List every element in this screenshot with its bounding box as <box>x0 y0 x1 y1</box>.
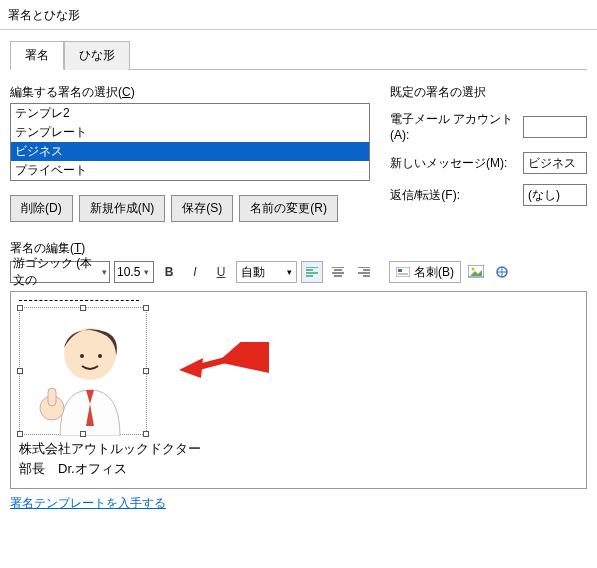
svg-marker-12 <box>179 358 203 378</box>
tab-template[interactable]: ひな形 <box>64 41 130 70</box>
reply-label: 返信/転送(F): <box>390 187 515 204</box>
chevron-down-icon: ▾ <box>102 267 107 277</box>
business-card-button[interactable]: 名刺(B) <box>389 261 461 283</box>
card-label: 名刺(B) <box>414 264 454 281</box>
list-item[interactable]: プライベート <box>11 161 369 180</box>
default-header: 既定の署名の選択 <box>390 84 587 101</box>
bold-button[interactable]: B <box>158 261 180 283</box>
label-mnemonic: C <box>122 85 131 99</box>
upper-columns: 編集する署名の選択(C) テンプレ2 テンプレート ビジネス プライベート 削除… <box>10 84 587 236</box>
svg-rect-1 <box>398 269 402 272</box>
list-item[interactable]: テンプレート <box>11 123 369 142</box>
newmsg-select[interactable]: ビジネス <box>523 152 587 174</box>
svg-point-7 <box>80 354 84 358</box>
align-left-button[interactable] <box>301 261 323 283</box>
font-size: 10.5 <box>117 265 140 279</box>
annotation-arrow <box>179 342 269 382</box>
resize-handle[interactable] <box>17 431 23 437</box>
save-button[interactable]: 保存(S) <box>171 195 233 222</box>
list-item[interactable]: ビジネス <box>11 142 369 161</box>
role-line: 部長 Dr.オフィス <box>19 459 578 479</box>
newmsg-label: 新しいメッセージ(M): <box>390 155 515 172</box>
get-templates-link[interactable]: 署名テンプレートを入手する <box>10 495 166 512</box>
svg-point-4 <box>472 268 475 271</box>
svg-rect-10 <box>48 388 56 406</box>
signature-list-label: 編集する署名の選択(C) <box>10 84 370 101</box>
signature-image-selected[interactable] <box>19 307 147 435</box>
row-account: 電子メール アカウント(A): <box>390 111 587 142</box>
svg-point-8 <box>98 354 102 358</box>
resize-handle[interactable] <box>143 368 149 374</box>
italic-button[interactable]: I <box>184 261 206 283</box>
label-post: ) <box>81 241 85 255</box>
image-icon <box>468 265 484 279</box>
resize-handle[interactable] <box>17 305 23 311</box>
resize-handle[interactable] <box>80 305 86 311</box>
label-pre: 署名の編集( <box>10 241 74 255</box>
chevron-down-icon: ▾ <box>144 267 149 277</box>
fontsize-select[interactable]: 10.5▾ <box>114 261 154 283</box>
align-center-button[interactable] <box>327 261 349 283</box>
underline-button[interactable]: U <box>210 261 232 283</box>
person-illustration <box>20 308 148 436</box>
signature-listbox[interactable]: テンプレ2 テンプレート ビジネス プライベート <box>10 103 370 181</box>
default-signature-section: 既定の署名の選択 電子メール アカウント(A): 新しいメッセージ(M): ビジ… <box>390 84 587 236</box>
account-select[interactable] <box>523 116 587 138</box>
list-item[interactable]: テンプレ2 <box>11 104 369 123</box>
resize-handle[interactable] <box>143 305 149 311</box>
font-name: 游ゴシック (本文の <box>13 255 98 289</box>
separator-line <box>19 300 139 301</box>
resize-handle[interactable] <box>80 431 86 437</box>
label-pre: 編集する署名の選択( <box>10 85 122 99</box>
dialog-body: 署名 ひな形 編集する署名の選択(C) テンプレ2 テンプレート ビジネス プラ… <box>0 30 597 522</box>
account-label: 電子メール アカウント(A): <box>390 111 515 142</box>
card-icon <box>396 267 410 277</box>
align-right-icon <box>358 267 370 277</box>
row-newmsg: 新しいメッセージ(M): ビジネス <box>390 152 587 174</box>
tabstrip: 署名 ひな形 <box>10 40 587 70</box>
editor-toolbar: 游ゴシック (本文の▾ 10.5▾ B I U 自動▾ <box>10 261 587 283</box>
delete-button[interactable]: 削除(D) <box>10 195 73 222</box>
link-icon <box>494 265 510 279</box>
signature-content-area[interactable]: 株式会社アウトルックドクター 部長 Dr.オフィス <box>10 291 587 489</box>
color-label: 自動 <box>241 264 265 281</box>
font-select[interactable]: 游ゴシック (本文の▾ <box>10 261 110 283</box>
window-title: 署名とひな形 <box>0 0 597 30</box>
label-post: ) <box>131 85 135 99</box>
font-color-select[interactable]: 自動▾ <box>236 261 297 283</box>
align-left-icon <box>306 267 318 277</box>
resize-handle[interactable] <box>17 368 23 374</box>
resize-handle[interactable] <box>143 431 149 437</box>
tab-signature[interactable]: 署名 <box>10 41 64 70</box>
row-reply: 返信/転送(F): (なし) <box>390 184 587 206</box>
align-right-button[interactable] <box>353 261 375 283</box>
list-buttons: 削除(D) 新規作成(N) 保存(S) 名前の変更(R) <box>10 195 370 222</box>
insert-link-button[interactable] <box>491 261 513 283</box>
new-button[interactable]: 新規作成(N) <box>79 195 166 222</box>
signature-dialog: 署名とひな形 署名 ひな形 編集する署名の選択(C) テンプレ2 テンプレート … <box>0 0 597 568</box>
rename-button[interactable]: 名前の変更(R) <box>239 195 338 222</box>
signature-text[interactable]: 株式会社アウトルックドクター 部長 Dr.オフィス <box>19 439 578 478</box>
signature-list-section: 編集する署名の選択(C) テンプレ2 テンプレート ビジネス プライベート 削除… <box>10 84 370 236</box>
signature-editor-section: 署名の編集(T) 游ゴシック (本文の▾ 10.5▾ B I U 自動▾ <box>10 240 587 512</box>
align-center-icon <box>332 267 344 277</box>
chevron-down-icon: ▾ <box>287 267 292 277</box>
company-line: 株式会社アウトルックドクター <box>19 439 578 459</box>
insert-image-button[interactable] <box>465 261 487 283</box>
reply-select[interactable]: (なし) <box>523 184 587 206</box>
